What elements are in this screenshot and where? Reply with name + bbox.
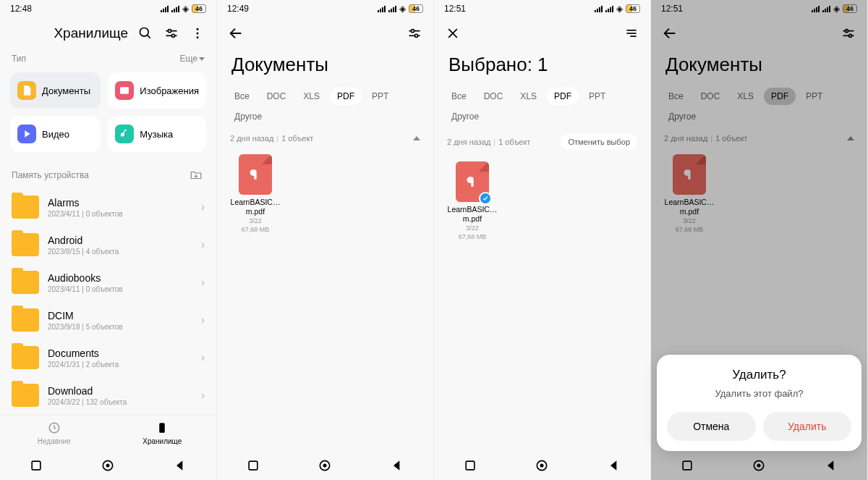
nav-recent[interactable] xyxy=(463,458,477,473)
delete-button[interactable]: Удалить xyxy=(763,412,852,441)
filter-doc[interactable]: DOC xyxy=(477,88,511,105)
check-badge-icon xyxy=(479,192,492,205)
filter-pdf[interactable]: PDF xyxy=(547,88,579,105)
folder-item[interactable]: Android 2023/8/15 | 4 объекта › xyxy=(0,226,216,264)
filter-icon[interactable] xyxy=(840,25,857,42)
file-item[interactable]: LearnBASIC…m.pdf 3/22 67,68 MB xyxy=(664,154,715,233)
file-size: 67,68 MB xyxy=(447,233,498,240)
filter-все[interactable]: Все xyxy=(444,88,474,105)
close-button[interactable] xyxy=(444,25,461,42)
svg-point-20 xyxy=(414,34,417,37)
folder-icon xyxy=(12,233,39,256)
nav-back[interactable] xyxy=(390,458,404,473)
filter-xls[interactable]: XLS xyxy=(296,88,327,105)
filter-все[interactable]: Все xyxy=(227,88,257,105)
category-music[interactable]: Музыка xyxy=(108,116,206,152)
nav-back[interactable] xyxy=(607,458,621,473)
group-info: 2 дня назад|1 объект xyxy=(447,138,530,146)
nav-recent[interactable] xyxy=(246,458,260,473)
nav-home[interactable] xyxy=(535,458,549,473)
group-info: 2 дня назад|1 объект xyxy=(230,134,313,143)
collapse-icon[interactable] xyxy=(847,136,854,140)
folder-name: Android xyxy=(48,235,192,246)
category-images[interactable]: Изображения xyxy=(108,72,206,109)
filter-ppt[interactable]: PPT xyxy=(582,88,613,105)
filter-другое[interactable]: Другое xyxy=(661,108,703,125)
folder-item[interactable]: Alarms 2023/4/11 | 0 объектов › xyxy=(0,188,216,226)
page-title: Документы xyxy=(217,49,433,85)
tab-recent[interactable]: Недавние xyxy=(0,416,109,451)
clock: 12:48 xyxy=(10,4,32,14)
new-folder-icon[interactable] xyxy=(187,167,205,184)
search-icon[interactable] xyxy=(137,25,154,42)
filter-doc[interactable]: DOC xyxy=(694,88,728,105)
folder-item[interactable]: DCIM 2023/9/18 | 5 объектов › xyxy=(0,301,216,339)
folder-icon xyxy=(12,308,39,332)
svg-rect-21 xyxy=(249,461,258,470)
filter-xls[interactable]: XLS xyxy=(513,88,544,105)
file-date: 3/22 xyxy=(447,224,498,232)
folder-item[interactable]: Audiobooks 2023/4/11 | 0 объектов › xyxy=(0,264,216,301)
filter-icon[interactable] xyxy=(163,25,180,42)
nav-recent[interactable] xyxy=(29,458,43,473)
battery-icon: 46 xyxy=(626,4,640,13)
file-item-selected[interactable]: LearnBASIC…m.pdf 3/22 67,68 MB xyxy=(447,161,498,240)
deselect-button[interactable]: Отменить выбор xyxy=(561,134,637,150)
folder-meta: 2024/3/22 | 132 объекта xyxy=(48,398,192,406)
filter-все[interactable]: Все xyxy=(661,88,691,105)
nav-back[interactable] xyxy=(824,458,838,473)
svg-point-7 xyxy=(197,33,199,35)
category-video[interactable]: Видео xyxy=(10,116,101,152)
signal-icon-2 xyxy=(171,6,179,12)
storage-section-label: Память устройства xyxy=(12,170,89,180)
filter-doc[interactable]: DOC xyxy=(260,88,294,105)
group-info: 2 дня назад|1 объект xyxy=(664,134,747,143)
folder-item[interactable]: Download 2024/3/22 | 132 объекта › xyxy=(0,376,216,414)
phone-icon xyxy=(156,421,169,434)
filter-ppt[interactable]: PPT xyxy=(365,88,396,105)
tab-storage[interactable]: Хранилище xyxy=(109,416,217,451)
nav-home[interactable] xyxy=(318,458,332,473)
chevron-right-icon: › xyxy=(201,351,205,364)
wifi-icon: ◈ xyxy=(182,4,189,14)
svg-rect-9 xyxy=(120,87,129,93)
status-bar: 12:49 ◈ 46 xyxy=(217,0,433,17)
clock: 12:49 xyxy=(227,4,249,14)
signal-icon-2 xyxy=(822,6,830,12)
status-bar: 12:51 ◈ 46 xyxy=(434,0,650,17)
filter-другое[interactable]: Другое xyxy=(444,108,486,125)
wifi-icon: ◈ xyxy=(616,4,623,14)
folder-item[interactable]: Documents 2024/1/31 | 2 объекта › xyxy=(0,339,216,376)
image-icon xyxy=(115,81,134,100)
collapse-icon[interactable] xyxy=(413,136,420,140)
video-icon xyxy=(17,125,36,143)
filter-pdf[interactable]: PDF xyxy=(764,88,796,105)
cancel-button[interactable]: Отмена xyxy=(667,412,756,441)
back-button[interactable] xyxy=(227,25,244,42)
category-documents[interactable]: Документы xyxy=(10,72,101,109)
nav-recent[interactable] xyxy=(680,458,694,473)
filter-другое[interactable]: Другое xyxy=(227,108,269,125)
back-button[interactable] xyxy=(661,25,678,42)
more-icon[interactable] xyxy=(189,25,206,42)
filter-ppt[interactable]: PPT xyxy=(799,88,830,105)
svg-point-8 xyxy=(197,36,199,38)
filter-xls[interactable]: XLS xyxy=(730,88,761,105)
chevron-right-icon: › xyxy=(201,238,205,251)
filter-pdf[interactable]: PDF xyxy=(330,88,362,105)
folder-meta: 2023/4/11 | 0 объектов xyxy=(48,285,192,293)
file-item[interactable]: LearnBASIC…m.pdf 3/22 67,68 MB xyxy=(230,154,281,233)
more-categories-button[interactable]: Еще xyxy=(180,54,205,64)
svg-point-36 xyxy=(757,464,761,468)
nav-back[interactable] xyxy=(173,458,187,473)
nav-home[interactable] xyxy=(752,458,766,473)
svg-rect-14 xyxy=(32,461,41,470)
filter-icon[interactable] xyxy=(406,25,423,42)
music-icon xyxy=(115,125,134,143)
svg-point-33 xyxy=(848,34,851,37)
nav-home[interactable] xyxy=(101,458,115,473)
android-nav-bar xyxy=(217,451,433,480)
select-all-icon[interactable] xyxy=(623,25,640,42)
svg-line-1 xyxy=(148,35,150,38)
svg-point-6 xyxy=(197,28,199,30)
